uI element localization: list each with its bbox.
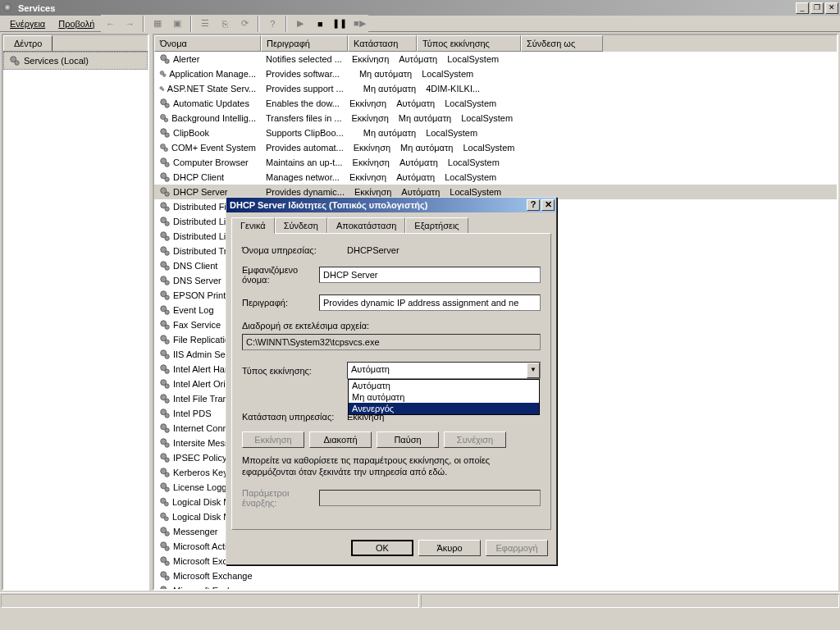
status-panel <box>421 594 839 608</box>
menu-action[interactable]: Ενέργεια <box>3 17 52 30</box>
restart-icon[interactable]: ■▶ <box>350 15 368 33</box>
cell-desc: Transfers files in ... <box>261 112 347 124</box>
stop-icon[interactable]: ■ <box>311 15 329 33</box>
display-name-field[interactable] <box>319 267 541 283</box>
service-status-label: Κατάσταση υπηρεσίας: <box>242 412 347 422</box>
gears-icon <box>159 68 167 80</box>
cell-name: Automatic Updates <box>154 97 261 110</box>
svg-point-75 <box>165 576 169 580</box>
minimize-button[interactable]: _ <box>796 2 809 14</box>
help-icon[interactable]: ? <box>263 15 281 33</box>
cell-desc: Maintains an up-t... <box>261 157 348 168</box>
cell-startup: Αυτόματη <box>391 98 440 109</box>
col-startup[interactable]: Τύπος εκκίνησης <box>417 35 521 52</box>
tab-logon[interactable]: Σύνδεση <box>275 217 327 233</box>
option-auto[interactable]: Αυτόματη <box>349 380 539 391</box>
service-row[interactable]: COM+ Event SystemProvides automat...Εκκί… <box>154 140 837 155</box>
service-row[interactable]: Microsoft Exchange <box>154 568 837 583</box>
close-button[interactable]: ✕ <box>825 2 838 14</box>
service-row[interactable]: Background Intellig...Transfers files in… <box>154 111 837 126</box>
cell-logon: LocalSystem <box>445 186 506 198</box>
tree-root-services[interactable]: Services (Local) <box>3 52 148 70</box>
svg-point-9 <box>162 89 164 91</box>
svg-point-27 <box>165 221 169 226</box>
svg-point-63 <box>165 487 169 491</box>
cell-status <box>349 88 358 89</box>
service-row[interactable]: DHCP ClientManages networ...ΕκκίνησηΑυτό… <box>154 170 837 185</box>
cell-startup: Μη αυτόματη <box>354 68 417 80</box>
pause-icon[interactable]: ❚❚ <box>331 15 349 33</box>
play-icon[interactable]: ▶ <box>291 15 309 33</box>
toolbar-icon[interactable]: ▦ <box>148 15 167 33</box>
svg-point-76 <box>161 587 167 589</box>
service-row[interactable]: ASP.NET State Serv...Provides support ..… <box>154 81 837 96</box>
svg-point-15 <box>165 133 169 137</box>
description-label: Περιγραφή: <box>242 298 319 308</box>
tree-tab[interactable]: Δέντρο <box>3 35 52 51</box>
gears-icon <box>159 437 171 449</box>
toolbar-icon[interactable]: ▣ <box>168 15 186 33</box>
option-manual[interactable]: Μη αυτόματη <box>349 391 539 403</box>
properties-icon[interactable]: ☰ <box>196 15 214 33</box>
stop-button[interactable]: Διακοπή <box>309 431 372 448</box>
gears-icon <box>159 526 171 537</box>
svg-point-47 <box>165 369 169 373</box>
svg-point-71 <box>165 546 169 550</box>
tab-dependencies[interactable]: Εξαρτήσεις <box>405 217 468 233</box>
gears-icon <box>159 349 171 360</box>
app-icon <box>2 2 15 15</box>
service-row[interactable]: Computer BrowserMaintains an up-t...Εκκί… <box>154 155 837 170</box>
col-name[interactable]: Όνομα <box>154 35 261 52</box>
back-button[interactable]: ← <box>101 15 119 33</box>
col-desc[interactable]: Περιγραφή <box>261 35 348 52</box>
description-field[interactable] <box>319 294 541 311</box>
col-status[interactable]: Κατάσταση <box>348 35 417 52</box>
cell-startup: Μη αυτόματη <box>395 142 458 153</box>
tab-recovery[interactable]: Αποκατάσταση <box>327 217 405 233</box>
cell-startup: Αυτόματη <box>396 186 445 198</box>
cell-status: Εκκίνηση <box>345 98 391 109</box>
service-row[interactable]: Automatic UpdatesEnables the dow...Εκκίν… <box>154 96 837 111</box>
cell-name: ASP.NET State Serv... <box>154 82 261 95</box>
cell-startup: Αυτόματη <box>391 171 440 183</box>
pause-button[interactable]: Παύση <box>377 431 439 448</box>
gears-icon <box>159 452 171 463</box>
svg-point-21 <box>165 177 169 181</box>
startup-type-value: Αυτόματη <box>348 363 527 378</box>
service-row[interactable]: AlerterNotifies selected ...ΕκκίνησηΑυτό… <box>154 52 837 66</box>
svg-point-7 <box>163 74 166 76</box>
gears-icon <box>159 541 171 552</box>
ok-button[interactable]: OK <box>351 540 413 556</box>
service-row[interactable]: Application Manage...Provides softwar...… <box>154 66 837 81</box>
svg-point-17 <box>164 148 167 151</box>
cell-status <box>345 73 354 75</box>
cell-desc <box>261 575 271 577</box>
svg-point-3 <box>15 61 19 65</box>
window-title: Services <box>18 3 794 13</box>
tab-general[interactable]: Γενικά <box>231 217 275 234</box>
refresh-icon[interactable]: ⟳ <box>235 15 253 33</box>
menu-view[interactable]: Προβολή <box>52 17 101 30</box>
separator <box>190 16 192 32</box>
dialog-titlebar[interactable]: DHCP Server Ιδιότητες (Τοπικός υπολογιστ… <box>226 198 556 212</box>
maximize-button[interactable]: ❐ <box>810 2 824 14</box>
dialog-help-button[interactable]: ? <box>527 199 540 211</box>
main-titlebar: Services _ ❐ ✕ <box>0 0 840 16</box>
cell-desc: Notifies selected ... <box>261 53 347 65</box>
chevron-down-icon[interactable]: ▼ <box>527 363 540 378</box>
cell-name: Application Manage... <box>154 67 261 80</box>
display-name-label: Εμφανιζόμενο όνομα: <box>242 265 319 285</box>
export-icon[interactable]: ⎘ <box>216 15 234 33</box>
svg-point-49 <box>165 384 169 388</box>
service-row[interactable]: ClipBookSupports ClipBoo...Μη αυτόματηLo… <box>154 126 837 140</box>
option-disabled[interactable]: Ανενεργός <box>349 403 539 414</box>
gears-icon <box>159 408 171 419</box>
service-row[interactable]: Microsoft Exchange <box>154 583 837 589</box>
forward-button[interactable]: → <box>121 15 139 33</box>
cell-desc: Supports ClipBoo... <box>261 127 349 139</box>
cancel-button[interactable]: Άκυρο <box>418 540 481 556</box>
startup-type-combo[interactable]: Αυτόματη ▼ Αυτόματη Μη αυτόματη Ανενεργό… <box>347 362 541 379</box>
dialog-close-button[interactable]: ✕ <box>541 199 555 211</box>
col-logon[interactable]: Σύνδεση ως <box>521 35 603 52</box>
svg-point-39 <box>165 310 169 314</box>
